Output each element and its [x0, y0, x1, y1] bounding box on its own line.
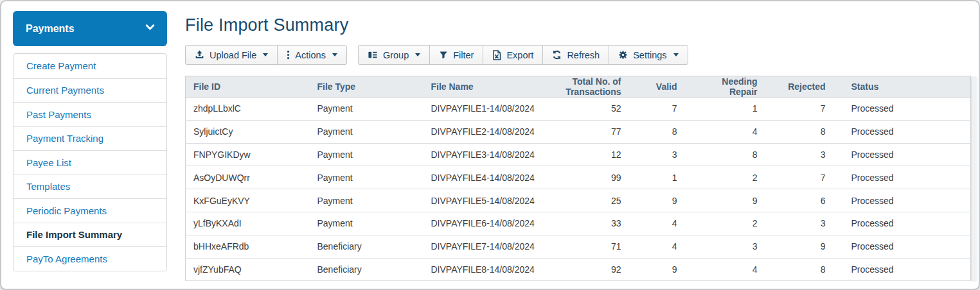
file-import-table: File ID File Type File Name Total No. of…	[185, 76, 971, 281]
caret-down-icon	[263, 53, 268, 56]
cell-file-type: Payment	[310, 143, 423, 166]
refresh-label: Refresh	[567, 50, 600, 60]
group-icon	[368, 50, 378, 60]
cell-file-type: Payment	[310, 166, 423, 189]
filter-icon	[439, 51, 448, 60]
cell-rejected: 7	[765, 98, 833, 121]
cell-status: Processed	[833, 235, 971, 258]
refresh-button[interactable]: Refresh	[542, 45, 609, 65]
cell-rejected: 7	[765, 166, 833, 189]
chevron-down-icon	[145, 22, 156, 35]
column-header-file-name[interactable]: File Name	[423, 76, 541, 98]
table-row[interactable]: KxFGuEyKVY Payment DIVPAYFILE5-14/08/202…	[186, 189, 971, 212]
cell-status: Processed	[833, 98, 971, 121]
caret-down-icon	[332, 53, 337, 56]
cell-file-id: KxFGuEyKVY	[186, 189, 310, 212]
table-row[interactable]: AsOyDUWQrr Payment DIVPAYFILE4-14/08/202…	[186, 166, 971, 189]
sidebar-item-current-payments[interactable]: Current Payments	[13, 78, 166, 103]
column-header-file-id[interactable]: File ID	[186, 76, 310, 98]
group-label: Group	[383, 50, 409, 60]
cell-file-id: bHHxeAFRdb	[186, 235, 310, 258]
actions-label: Actions	[295, 50, 326, 60]
cell-file-name: DIVPAYFILE1-14/08/2024	[423, 98, 541, 121]
cell-file-id: yLfByKXAdI	[186, 212, 310, 235]
cell-valid: 9	[629, 189, 685, 212]
table-row[interactable]: bHHxeAFRdb Beneficiary DIVPAYFILE7-14/08…	[186, 235, 971, 258]
cell-file-id: SyljuictCy	[186, 120, 310, 143]
cell-needing-repair: 4	[685, 258, 765, 281]
sidebar-item-periodic-payments[interactable]: Periodic Payments	[13, 198, 166, 223]
file-import-summary-page: Payments Create Payment Current Payments…	[0, 0, 980, 290]
actions-button[interactable]: Actions	[277, 45, 347, 65]
sidebar-item-templates[interactable]: Templates	[13, 175, 166, 199]
sidebar-item-past-payments[interactable]: Past Payments	[13, 102, 166, 126]
table-scrollbar[interactable]	[971, 76, 977, 282]
cell-status: Processed	[833, 166, 971, 189]
sidebar-item-payee-list[interactable]: Payee List	[13, 150, 166, 175]
column-header-file-type[interactable]: File Type	[310, 76, 423, 98]
column-header-valid[interactable]: Valid	[629, 76, 685, 98]
upload-file-button[interactable]: Upload File	[185, 45, 278, 65]
cell-status: Processed	[833, 120, 971, 143]
refresh-icon	[552, 50, 562, 60]
cell-total: 99	[541, 166, 629, 189]
export-button[interactable]: Export	[483, 45, 543, 65]
cell-valid: 7	[629, 98, 685, 121]
table-row[interactable]: zhdpLLbxlC Payment DIVPAYFILE1-14/08/202…	[186, 98, 971, 121]
cell-valid: 4	[629, 212, 685, 235]
filter-label: Filter	[453, 50, 474, 60]
filter-button[interactable]: Filter	[429, 45, 483, 65]
sidebar-item-payto-agreements[interactable]: PayTo Agreements	[13, 246, 166, 271]
cell-file-name: DIVPAYFILE5-14/08/2024	[423, 189, 541, 212]
cell-needing-repair: 2	[685, 166, 765, 189]
gear-icon	[618, 50, 628, 60]
toolbar: Upload File Actions Group	[185, 45, 688, 65]
column-header-rejected[interactable]: Rejected	[765, 76, 833, 98]
cell-total: 33	[541, 212, 629, 235]
cell-rejected: 3	[765, 212, 833, 235]
cell-file-id: zhdpLLbxlC	[186, 98, 310, 121]
sidebar-item-payment-tracking[interactable]: Payment Tracking	[13, 126, 166, 151]
cell-file-id: AsOyDUWQrr	[186, 166, 310, 189]
cell-valid: 1	[629, 166, 685, 189]
cell-total: 12	[541, 143, 629, 166]
table-row[interactable]: yLfByKXAdI Payment DIVPAYFILE6-14/08/202…	[186, 212, 971, 235]
cell-file-name: DIVPAYFILE2-14/08/2024	[423, 120, 541, 143]
sidebar-menu: Create Payment Current Payments Past Pay…	[13, 53, 167, 271]
table-row[interactable]: vjfZYubFAQ Beneficiary DIVPAYFILE8-14/08…	[186, 258, 971, 281]
cell-needing-repair: 9	[685, 189, 765, 212]
cell-file-id: vjfZYubFAQ	[186, 258, 310, 281]
table-header-row: File ID File Type File Name Total No. of…	[186, 76, 971, 98]
cell-rejected: 3	[765, 143, 833, 166]
export-label: Export	[506, 50, 533, 60]
cell-total: 71	[541, 235, 629, 258]
cell-total: 52	[541, 98, 629, 121]
cell-total: 92	[541, 258, 629, 281]
table-row[interactable]: FNPYGIKDyw Payment DIVPAYFILE3-14/08/202…	[186, 143, 971, 166]
sidebar: Payments Create Payment Current Payments…	[13, 11, 167, 271]
cell-needing-repair: 4	[685, 120, 765, 143]
settings-button[interactable]: Settings	[609, 45, 688, 65]
cell-valid: 4	[629, 235, 685, 258]
cell-file-name: DIVPAYFILE3-14/08/2024	[423, 143, 541, 166]
column-header-total-transactions[interactable]: Total No. of Transactions	[541, 76, 629, 98]
cell-valid: 3	[629, 143, 685, 166]
cell-needing-repair: 8	[685, 143, 765, 166]
cell-status: Processed	[833, 212, 971, 235]
cell-needing-repair: 3	[685, 235, 765, 258]
settings-label: Settings	[633, 50, 666, 60]
cell-total: 25	[541, 189, 629, 212]
group-button[interactable]: Group	[358, 45, 430, 65]
cell-file-type: Payment	[310, 120, 423, 143]
column-header-status[interactable]: Status	[833, 76, 971, 98]
sidebar-item-create-payment[interactable]: Create Payment	[13, 54, 166, 78]
sidebar-item-file-import-summary[interactable]: File Import Summary	[13, 223, 166, 247]
caret-down-icon	[673, 53, 679, 56]
sidebar-header-payments[interactable]: Payments	[13, 11, 167, 46]
column-header-needing-repair[interactable]: Needing Repair	[685, 76, 765, 98]
sidebar-header-label: Payments	[26, 23, 75, 35]
cell-file-name: DIVPAYFILE6-14/08/2024	[423, 212, 541, 235]
table-row[interactable]: SyljuictCy Payment DIVPAYFILE2-14/08/202…	[186, 120, 971, 143]
cell-file-type: Beneficiary	[310, 235, 423, 258]
cell-rejected: 8	[765, 120, 833, 143]
